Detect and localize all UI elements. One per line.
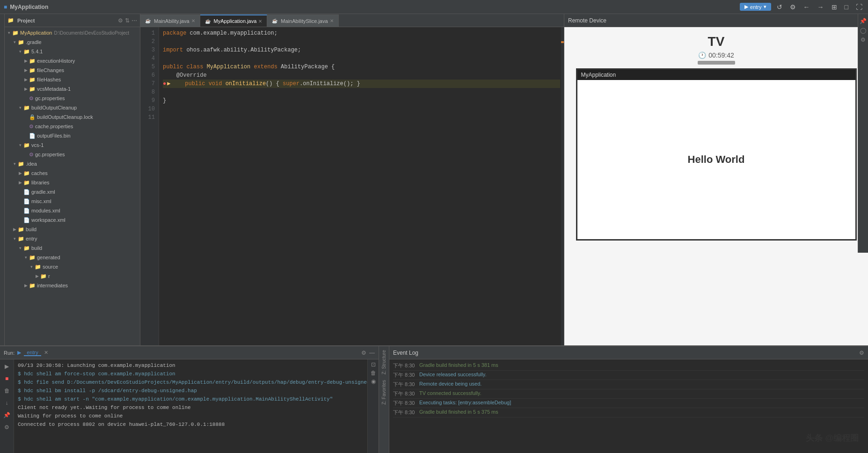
run-play-btn[interactable]: ▶ — [2, 361, 12, 372]
tree-item-intermediates[interactable]: ▶ 📁 intermediates — [5, 281, 140, 290]
panel-settings-btn[interactable]: ⚙ — [118, 17, 123, 24]
layout-button[interactable]: ⊞ — [830, 3, 839, 11]
event-time-3: 下午 8:30 — [393, 390, 416, 397]
tv-screen-body: Hello World — [577, 80, 855, 239]
run-trash-btn[interactable]: 🗑 — [2, 386, 12, 396]
remote-circle-btn[interactable]: ◯ — [860, 27, 866, 34]
tree-item-buildOutputCleanup[interactable]: ▾ 📁 buildOutputCleanup — [5, 103, 140, 112]
run-line-2: $ hdc file send D:/Documents/DevEcoStudi… — [18, 378, 364, 387]
forward-button[interactable]: → — [816, 3, 826, 11]
tree-item-idea[interactable]: ▾ 📁 .idea — [5, 159, 140, 168]
run-sidebar: ▶ ■ 🗑 ↓ 📌 ⚙ — [0, 359, 14, 453]
run-stop-btn[interactable]: ■ — [2, 373, 12, 384]
structure-tab[interactable]: Z: Structure — [380, 348, 387, 376]
tree-item-gcprop2[interactable]: ▶ ⚙ gc.properties — [5, 150, 140, 159]
run-pin-btn[interactable]: 📌 — [2, 410, 12, 420]
event-time-4: 下午 8:30 — [393, 400, 416, 407]
tree-item-miscxml[interactable]: ▶ 📄 misc.xml — [5, 197, 140, 206]
line-numbers: 1 2 3 4 5 6 7 8 9 10 11 — [140, 27, 159, 345]
run-close[interactable]: ✕ — [44, 350, 48, 356]
run-scroll-btn[interactable]: ↓ — [2, 398, 12, 408]
tree-item-vcs1[interactable]: ▾ 📁 vcs-1 — [5, 140, 140, 150]
event-msg-1: Device released successfully. — [419, 372, 864, 377]
settings-button[interactable]: ⚙ — [788, 3, 798, 11]
run-settings-btn[interactable]: ⚙ — [361, 350, 366, 356]
tv-screen: MyApplication Hello World — [576, 68, 857, 241]
run-action-1[interactable]: ⊡ — [371, 361, 376, 368]
code-line-9: } — [163, 96, 560, 105]
tab-myapplication[interactable]: ☕ MyApplication.java ✕ — [200, 15, 268, 27]
tab-mainability[interactable]: ☕ MainAbility.java ✕ — [140, 15, 200, 27]
clock-icon: 🕐 — [698, 51, 706, 59]
run-icons: ⚙ — — [361, 350, 375, 356]
entry-button[interactable]: ▶ entry ▾ — [740, 3, 771, 11]
tree-item-workspacexml[interactable]: ▶ 📄 workspace.xml — [5, 215, 140, 225]
tree-item-gradlexml[interactable]: ▶ 📄 gradle.xml — [5, 187, 140, 197]
event-header-title: Event Log — [393, 350, 418, 356]
run-tab-entry[interactable]: entry — [24, 350, 41, 356]
panel-sort-btn[interactable]: ⇅ — [125, 17, 130, 24]
run-line-6: Waiting for process to come online — [18, 412, 364, 420]
run-gear-btn[interactable]: ⚙ — [2, 422, 12, 432]
tab-close-1[interactable]: ✕ — [191, 18, 195, 23]
remote-pin-btn[interactable]: 📌 — [860, 18, 867, 24]
run-action-3[interactable]: ◉ — [371, 378, 376, 385]
event-msg-5: Gradle build finished in 5 s 375 ms — [419, 409, 864, 415]
event-content: 下午 8:30 Gradle build finished in 5 s 381… — [389, 359, 868, 453]
event-msg-0: Gradle build finished in 5 s 381 ms — [419, 362, 864, 368]
run-header: Run: ▶ entry ✕ ⚙ — — [0, 346, 379, 359]
title-bar: ■ MyApplication ▶ entry ▾ ↺ ⚙ ← → ⊞ □ ⛶ — [0, 0, 868, 14]
code-line-1: package com.example.myapplication; — [163, 29, 560, 37]
tab-close-3[interactable]: ✕ — [330, 18, 334, 23]
remote-settings-btn[interactable]: ⚙ — [861, 37, 866, 43]
tree-root[interactable]: ▾ 📁 MyApplication D:\Documents\DevEcoStu… — [5, 28, 140, 37]
run-content: 09/13 20:30:58: Launching com.example.my… — [14, 359, 367, 453]
tree-item-fileHashes[interactable]: ▶ 📁 fileHashes — [5, 75, 140, 84]
favorites-tab[interactable]: Z: Favorites — [380, 378, 387, 407]
tree-item-generated[interactable]: ▾ 📁 generated — [5, 253, 140, 262]
tree-item-lock[interactable]: ▶ 🔒 buildOutputCleanup.lock — [5, 112, 140, 122]
tree-item-executionHistory[interactable]: ▶ 📁 executionHistory — [5, 56, 140, 66]
tree-item-fileChanges[interactable]: ▶ 📁 fileChanges — [5, 66, 140, 75]
code-line-11 — [163, 113, 560, 122]
code-editor[interactable]: package com.example.myapplication; impor… — [159, 27, 564, 345]
editor-content: 1 2 3 4 5 6 7 8 9 10 11 package com.exam… — [140, 27, 564, 345]
remote-header-title: Remote Device — [568, 17, 606, 24]
tree-item-source[interactable]: ▾ 📁 source — [5, 262, 140, 271]
tab-java-icon-2: ☕ — [205, 19, 211, 24]
refresh-button[interactable]: ↺ — [775, 3, 784, 11]
tree-item-entry[interactable]: ▾ 📁 entry — [5, 234, 140, 243]
tree-item-entry-build[interactable]: ▾ 📁 build — [5, 243, 140, 253]
event-entry-3: 下午 8:30 TV connected successfully. — [393, 389, 864, 399]
tree-item-libraries[interactable]: ▶ 📁 libraries — [5, 178, 140, 187]
tree-item-modulesxml[interactable]: ▶ 📄 modules.xml — [5, 206, 140, 215]
tree-item-cacheprops[interactable]: ▶ ⚙ cache.properties — [5, 122, 140, 131]
tree-item-build[interactable]: ▶ 📁 build — [5, 225, 140, 234]
event-header-icons: ⚙ — [859, 350, 864, 356]
tree-item-vcsMetadata[interactable]: ▶ 📁 vcsMetadata-1 — [5, 84, 140, 94]
panel-more-btn[interactable]: ⋯ — [131, 17, 137, 24]
run-line-1: $ hdc shell am force-stop com.example.my… — [18, 370, 364, 378]
remote-panel: Remote Device TV 🕐 00:59:42 MyApplicatio… — [564, 14, 868, 345]
tree-item-outputbin[interactable]: ▶ 📄 outputFiles.bin — [5, 131, 140, 140]
dropdown-icon: ▾ — [764, 4, 766, 10]
event-time-5: 下午 8:30 — [393, 409, 416, 416]
tree-item-gcproperties[interactable]: ▶ ⚙ gc.properties — [5, 94, 140, 103]
run-action-2[interactable]: 🗑 — [371, 370, 376, 376]
bottom-left-tabs: Z: Structure Z: Favorites — [379, 346, 389, 453]
tree-item-caches[interactable]: ▶ 📁 caches — [5, 168, 140, 178]
tree-item-541[interactable]: ▾ 📁 5.4.1 — [5, 47, 140, 56]
run-minimize-btn[interactable]: — — [369, 350, 375, 356]
tree-item-r[interactable]: ▶ 📁 r — [5, 271, 140, 281]
maximize-button[interactable]: ⛶ — [854, 3, 864, 11]
run-line-7: Connected to process 8802 on device huaw… — [18, 420, 364, 429]
tree-item-gradle[interactable]: ▾ 📁 .gradle — [5, 37, 140, 47]
run-icon: ▶ — [17, 350, 21, 356]
square-button[interactable]: □ — [843, 3, 850, 11]
tab-mainabilityslice[interactable]: ☕ MainAbilitySlice.java ✕ — [267, 15, 338, 27]
back-button[interactable]: ← — [802, 3, 812, 11]
bottom-row: Run: ▶ entry ✕ ⚙ — ▶ ■ 🗑 ↓ 📌 ⚙ 09/13 20:… — [0, 345, 868, 453]
event-settings-btn[interactable]: ⚙ — [859, 350, 864, 356]
project-panel: 📁 Project ⚙ ⇅ ⋯ ▾ 📁 MyApplication D:\Doc… — [5, 14, 140, 345]
tab-close-2[interactable]: ✕ — [258, 19, 262, 24]
